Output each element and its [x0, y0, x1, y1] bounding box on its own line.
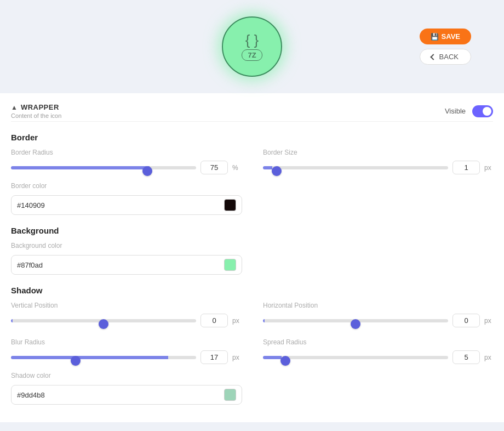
vertical-pos-field: Vertical Position px	[11, 302, 241, 327]
section-title-row: ▲ WRAPPER	[11, 103, 61, 111]
background-section: Background Background color #87f0ad	[11, 226, 493, 275]
wrapper-header-left: ▲ WRAPPER Content of the icon	[11, 103, 61, 119]
shadow-color-label: Shadow color	[11, 372, 242, 379]
vertical-pos-unit: px	[232, 317, 241, 325]
horizontal-pos-label: Horizontal Position	[263, 302, 493, 309]
border-color-label: Border color	[11, 182, 242, 190]
horizontal-pos-slider-row: px	[263, 314, 493, 327]
border-radius-field: Border Radius %	[11, 149, 241, 174]
border-fields: Border Radius % Border Size px	[11, 149, 493, 174]
chevron-left-icon	[430, 54, 436, 60]
horizontal-pos-field: Horizontal Position px	[263, 302, 493, 327]
border-color-swatch[interactable]	[224, 199, 236, 211]
bg-color-swatch[interactable]	[224, 259, 236, 271]
shadow-color-swatch[interactable]	[224, 389, 236, 401]
horizontal-pos-unit: px	[484, 317, 493, 325]
shadow-fields: Vertical Position px Horizontal Position…	[11, 302, 493, 364]
main-panel: ▲ WRAPPER Content of the icon Visible Bo…	[0, 93, 504, 422]
vertical-pos-label: Vertical Position	[11, 302, 241, 309]
preview-area: { } 7Z 💾 SAVE BACK	[0, 0, 504, 93]
bg-color-field: Background color #87f0ad	[11, 242, 242, 275]
icon-preview: { } 7Z	[222, 16, 282, 77]
save-icon: 💾	[431, 33, 439, 41]
border-color-hex: #140909	[17, 201, 220, 209]
toggle-slider	[472, 105, 493, 117]
blur-radius-label: Blur Radius	[11, 338, 241, 346]
blur-radius-slider-row: px	[11, 350, 241, 364]
spread-radius-unit: px	[484, 354, 493, 361]
border-size-slider-row: px	[263, 161, 493, 174]
border-size-field: Border Size px	[263, 149, 493, 174]
spread-radius-input[interactable]	[453, 350, 480, 364]
border-section: Border Border Radius % Border Size px	[11, 133, 493, 215]
border-radius-unit: %	[232, 164, 241, 172]
visible-toggle-row: Visible	[445, 105, 493, 117]
border-radius-label: Border Radius	[11, 149, 241, 156]
bg-color-hex: #87f0ad	[17, 261, 220, 269]
border-radius-slider[interactable]	[11, 166, 196, 169]
save-label: SAVE	[442, 32, 460, 41]
background-group-title: Background	[11, 226, 493, 235]
bg-color-label: Background color	[11, 242, 242, 249]
icon-label-pill: 7Z	[242, 49, 262, 61]
shadow-color-field: Shadow color #9dd4b8	[11, 372, 242, 405]
horizontal-pos-slider[interactable]	[263, 319, 448, 322]
border-size-slider[interactable]	[263, 166, 448, 169]
border-size-label: Border Size	[263, 149, 493, 156]
border-radius-slider-row: %	[11, 161, 241, 174]
blur-radius-slider[interactable]	[11, 356, 196, 359]
spread-radius-label: Spread Radius	[263, 338, 493, 346]
border-color-field: Border color #140909	[11, 182, 242, 215]
border-size-input[interactable]	[453, 161, 480, 174]
spread-radius-field: Spread Radius px	[263, 338, 493, 364]
action-buttons: 💾 SAVE BACK	[420, 29, 471, 65]
wrapper-section-header: ▲ WRAPPER Content of the icon Visible	[11, 93, 493, 122]
braces-icon: { }	[245, 33, 259, 47]
vertical-pos-slider-row: px	[11, 314, 241, 327]
collapse-icon[interactable]: ▲	[11, 104, 18, 111]
shadow-color-hex: #9dd4b8	[17, 391, 220, 399]
vertical-pos-slider[interactable]	[11, 319, 196, 322]
visible-toggle[interactable]	[472, 105, 493, 117]
bg-color-row[interactable]: #87f0ad	[11, 255, 242, 275]
wrapper-subtitle: Content of the icon	[11, 112, 61, 119]
horizontal-pos-input[interactable]	[453, 314, 480, 327]
vertical-pos-input[interactable]	[201, 314, 228, 327]
visible-label: Visible	[445, 107, 466, 115]
border-group-title: Border	[11, 133, 493, 142]
spread-radius-slider[interactable]	[263, 356, 448, 359]
shadow-color-row[interactable]: #9dd4b8	[11, 385, 242, 405]
blur-radius-unit: px	[232, 354, 241, 361]
blur-radius-input[interactable]	[201, 350, 228, 364]
back-button[interactable]: BACK	[420, 49, 471, 65]
shadow-section: Shadow Vertical Position px Horizontal P…	[11, 286, 493, 405]
border-color-row[interactable]: #140909	[11, 195, 242, 215]
spread-radius-slider-row: px	[263, 350, 493, 364]
save-button[interactable]: 💾 SAVE	[420, 29, 471, 44]
border-radius-input[interactable]	[201, 161, 228, 174]
shadow-group-title: Shadow	[11, 286, 493, 295]
blur-radius-field: Blur Radius px	[11, 338, 241, 364]
wrapper-title: WRAPPER	[21, 103, 59, 111]
border-size-unit: px	[484, 164, 493, 172]
back-label: BACK	[439, 53, 459, 61]
